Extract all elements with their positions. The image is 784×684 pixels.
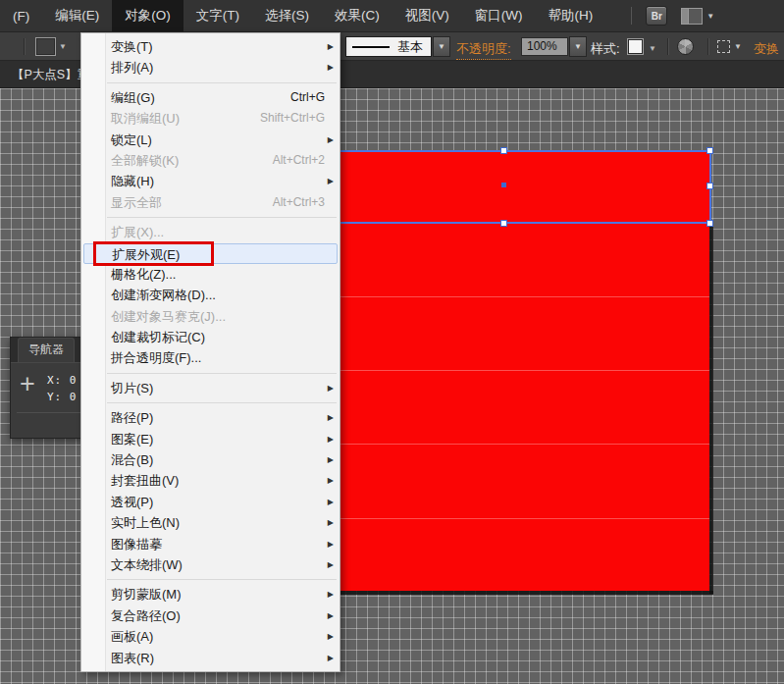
menu-item-shortcut: Ctrl+G (290, 87, 325, 108)
menu-item-label: 扩展外观(E) (112, 247, 180, 262)
menubar: (F)编辑(E)对象(O)文字(T)选择(S)效果(C)视图(V)窗口(W)帮助… (0, 0, 784, 32)
menu-item-label: 变换(T) (111, 39, 153, 54)
menu-item-label: 切片(S) (111, 381, 153, 395)
menu-item-label: 封套扭曲(V) (111, 473, 179, 488)
selection-handle-bottom-right[interactable] (706, 220, 713, 227)
menubar-item[interactable]: 效果(C) (322, 0, 392, 31)
brush-definition-select[interactable]: 基本 (345, 36, 432, 57)
menu-item: 扩展(X)... (81, 222, 340, 242)
chevron-down-icon: ▼ (59, 42, 67, 51)
select-similar-control[interactable]: ▼ (717, 40, 742, 53)
object-menu-dropdown: 变换(T)▶排列(A)▶编组(G)Ctrl+G取消编组(U)Shift+Ctrl… (80, 32, 340, 672)
submenu-arrow-icon: ▶ (328, 378, 334, 398)
control-separator (667, 38, 668, 55)
menu-item[interactable]: 复合路径(O)▶ (81, 605, 340, 626)
menu-item-label: 文本绕排(W) (111, 557, 183, 572)
menubar-item[interactable]: 选择(S) (252, 0, 322, 31)
fill-color-control[interactable]: ▼ (35, 37, 67, 56)
submenu-arrow-icon: ▶ (328, 584, 334, 605)
submenu-arrow-icon: ▶ (328, 492, 334, 512)
menu-item-label: 透视(P) (111, 495, 153, 509)
rectangle-edge (299, 296, 709, 297)
menu-separator (107, 402, 337, 403)
menu-item[interactable]: 切片(S)▶ (81, 378, 340, 398)
crosshair-icon: + (20, 371, 35, 397)
menu-item[interactable]: 拼合透明度(F)... (81, 347, 340, 368)
control-separator (707, 38, 708, 55)
menu-item[interactable]: 实时上色(N)▶ (81, 512, 340, 533)
menu-item[interactable]: 编组(G)Ctrl+G (81, 87, 340, 108)
submenu-arrow-icon: ▶ (328, 534, 334, 554)
menubar-item[interactable]: (F) (0, 0, 42, 31)
bridge-button[interactable]: Br (646, 6, 667, 26)
submenu-arrow-icon: ▶ (328, 407, 334, 428)
menubar-item[interactable]: 文字(T) (183, 0, 252, 31)
menu-item-label: 锁定(L) (111, 132, 152, 147)
menu-item[interactable]: 扩展外观(E) (83, 243, 338, 264)
selection-center-anchor[interactable] (501, 183, 506, 187)
chevron-down-icon: ▼ (706, 12, 714, 21)
selection-handle-bottom-center[interactable] (500, 220, 507, 227)
selection-handle-top-center[interactable] (500, 147, 507, 154)
menu-item[interactable]: 创建裁切标记(C) (81, 327, 340, 347)
menu-item[interactable]: 创建渐变网格(D)... (81, 285, 340, 305)
menu-item[interactable]: 图像描摹▶ (81, 534, 340, 554)
menu-item-label: 拼合透明度(F)... (111, 350, 201, 365)
menu-item-label: 画板(A) (111, 629, 153, 644)
menu-item[interactable]: 画板(A)▶ (81, 626, 340, 647)
menu-item-label: 图像描摹 (111, 537, 162, 552)
menu-item: 显示全部Alt+Ctrl+3 (81, 192, 340, 213)
menu-item-shortcut: Alt+Ctrl+3 (273, 192, 325, 213)
tab-navigator[interactable]: 导航器 (18, 338, 75, 362)
selection-handle-right-middle[interactable] (706, 183, 713, 189)
menu-item-label: 创建裁切标记(C) (111, 330, 205, 344)
menu-item-label: 扩展(X)... (111, 225, 164, 239)
menu-item[interactable]: 排列(A)▶ (81, 57, 340, 78)
style-swatch[interactable] (627, 38, 644, 55)
workspace-switcher[interactable]: ▼ (681, 8, 714, 25)
style-label: 样式: (591, 40, 620, 58)
menu-item[interactable]: 封套扭曲(V)▶ (81, 470, 340, 491)
fill-color-swatch[interactable] (35, 37, 56, 56)
menubar-item[interactable]: 窗口(W) (462, 0, 536, 31)
menubar-item[interactable]: 帮助(H) (535, 0, 605, 31)
menu-item[interactable]: 文本绕排(W)▶ (81, 554, 340, 575)
menu-item[interactable]: 图表(R)▶ (81, 648, 340, 668)
menu-separator (107, 82, 337, 83)
menu-item[interactable]: 变换(T)▶ (81, 36, 340, 57)
menubar-item[interactable]: 对象(O) (112, 0, 183, 31)
menu-item-shortcut: Alt+Ctrl+2 (273, 150, 325, 171)
rectangle-edge (299, 518, 709, 519)
selection-handle-top-right[interactable] (706, 147, 713, 154)
transform-link[interactable]: 变换 (754, 40, 779, 58)
opacity-link[interactable]: 不透明度: (456, 40, 511, 60)
menu-item[interactable]: 剪切蒙版(M)▶ (81, 584, 340, 605)
menu-item[interactable]: 图案(E)▶ (81, 429, 340, 449)
menu-item-label: 取消编组(U) (111, 111, 180, 126)
menubar-item[interactable]: 视图(V) (392, 0, 462, 31)
menu-item[interactable]: 隐藏(H)▶ (81, 171, 340, 191)
menu-item-label: 实时上色(N) (111, 515, 180, 530)
menu-item[interactable]: 混合(B)▶ (81, 449, 340, 470)
menu-item[interactable]: 栅格化(Z)... (81, 264, 340, 285)
brush-dropdown-button[interactable]: ▼ (433, 36, 450, 57)
red-rectangle-stack[interactable] (299, 224, 709, 591)
menu-item[interactable]: 透视(P)▶ (81, 492, 340, 512)
brush-definition-value: 基本 (397, 38, 423, 56)
menu-item[interactable]: 锁定(L)▶ (81, 130, 340, 150)
submenu-arrow-icon: ▶ (328, 36, 334, 57)
menu-item[interactable]: 路径(P)▶ (81, 407, 340, 428)
menu-item-label: 编组(G) (111, 90, 155, 105)
submenu-arrow-icon: ▶ (328, 648, 334, 668)
stroke-preview-icon (352, 46, 390, 48)
menubar-item[interactable]: 编辑(E) (42, 0, 112, 31)
recolor-artwork-icon[interactable] (677, 38, 694, 55)
menubar-right-group: Br ▼ (631, 6, 714, 26)
chevron-down-icon[interactable]: ▼ (649, 44, 656, 53)
opacity-dropdown-button[interactable]: ▼ (569, 36, 587, 57)
submenu-arrow-icon: ▶ (328, 626, 334, 647)
menu-separator (107, 217, 337, 218)
submenu-arrow-icon: ▶ (328, 130, 334, 150)
submenu-arrow-icon: ▶ (328, 554, 334, 575)
opacity-input[interactable]: 100% (521, 37, 568, 56)
